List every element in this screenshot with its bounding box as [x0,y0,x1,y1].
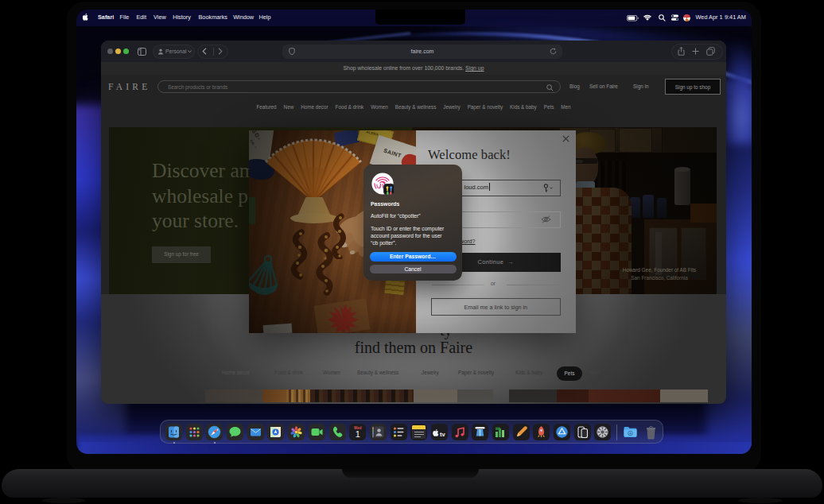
svg-text:tv: tv [440,431,445,438]
